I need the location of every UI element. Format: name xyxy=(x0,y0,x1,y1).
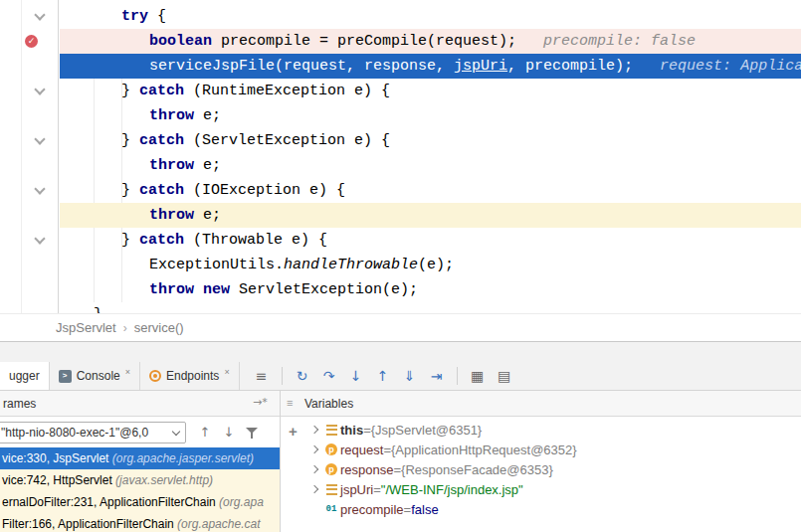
previous-frame-icon[interactable]: ↑ xyxy=(198,425,212,440)
debug-toolwindow-header xyxy=(0,341,801,362)
this-icon xyxy=(326,425,337,436)
variable-value: {JspServlet@6351} xyxy=(371,423,483,438)
variable-value: false xyxy=(411,502,438,517)
frame-row[interactable]: ernalDoFilter:231, ApplicationFilterChai… xyxy=(0,491,280,513)
layout-settings-icon[interactable]: ▤ xyxy=(495,368,514,384)
code-line[interactable]: } catch (Throwable e) { xyxy=(60,228,801,253)
code-line[interactable]: ExceptionUtils.handleThrowable(e); xyxy=(60,253,801,277)
breakpoint-icon[interactable]: ✓ xyxy=(25,35,38,48)
variable-row[interactable]: presponse = {ResponseFacade@6353} xyxy=(306,459,801,479)
code-line[interactable]: } catch (IOException e) { xyxy=(60,178,801,203)
code-token: (ServletException e) { xyxy=(184,132,390,149)
tab-debugger[interactable]: ugger xyxy=(0,362,50,390)
code-line[interactable]: } catch (RuntimeException e) { xyxy=(60,79,801,103)
expand-chevron-icon[interactable] xyxy=(306,466,322,472)
code-token: ExceptionUtils. xyxy=(149,257,284,273)
step-over-icon[interactable]: ↷ xyxy=(319,368,339,384)
frames-toolbar-icons: ↑↓ xyxy=(198,425,258,440)
frame-package: (org.apa xyxy=(219,495,264,509)
tab-label: ugger xyxy=(9,369,40,383)
frames-header-options-icon[interactable]: →* xyxy=(253,396,268,409)
expand-chevron-icon[interactable] xyxy=(306,446,322,452)
variable-row[interactable]: 01precompile = false xyxy=(306,499,801,519)
frames-list: vice:330, JspServlet (org.apache.jasper.… xyxy=(0,447,280,532)
code-line[interactable]: boolean precompile = preCompile(request)… xyxy=(60,29,801,54)
variable-row[interactable]: this = {JspServlet@6351} xyxy=(306,420,801,440)
force-step-into-icon[interactable]: ⇓ xyxy=(400,368,420,384)
frame-row[interactable]: vice:742, HttpServlet (javax.servlet.htt… xyxy=(0,469,280,491)
fold-marker-icon[interactable] xyxy=(34,183,45,194)
frames-toolbar: "http-nio-8080-exec-1"@6,0 ↑↓ xyxy=(0,417,280,447)
fold-marker-icon[interactable] xyxy=(34,233,45,244)
code-line[interactable]: throw e; xyxy=(60,153,801,178)
code-line[interactable]: throw new ServletException(e); xyxy=(60,277,801,302)
breadcrumb-item-class[interactable]: JspServlet xyxy=(56,320,116,335)
tab-close-icon[interactable]: × xyxy=(125,367,130,377)
editor-gutter[interactable]: ✓ xyxy=(22,0,59,313)
code-token: catch xyxy=(139,182,184,199)
tab-label: Endpoints xyxy=(166,369,219,383)
show-execution-point-icon[interactable]: ↻ xyxy=(293,368,312,384)
tool-menu-icon[interactable]: ≡ xyxy=(252,368,272,384)
code-token: } xyxy=(121,132,139,149)
breadcrumb-item-method[interactable]: service() xyxy=(134,320,184,335)
code-token: precompile: false xyxy=(525,33,696,50)
code-token: throw xyxy=(149,207,194,224)
code-token: request: ApplicationHttpRe xyxy=(642,58,801,75)
code-token: e; xyxy=(194,207,221,224)
expand-chevron-icon[interactable] xyxy=(306,427,322,433)
equals-sign: = xyxy=(363,423,371,438)
code-line[interactable]: throw e; xyxy=(60,203,801,228)
step-out-icon[interactable]: ↑ xyxy=(373,368,393,384)
add-watch-button[interactable]: + xyxy=(289,425,298,439)
console-icon: > xyxy=(59,370,72,383)
code-line[interactable]: } catch (ServletException e) { xyxy=(60,128,801,153)
code-line[interactable]: throw e; xyxy=(60,103,801,128)
next-frame-icon[interactable]: ↓ xyxy=(222,425,236,440)
step-into-icon[interactable]: ↓ xyxy=(346,368,366,384)
frame-location: vice:330, JspServlet xyxy=(2,451,112,465)
step-toolbar: ≡↻↷↓↑⇓⇥▦▤ xyxy=(240,362,514,390)
fold-marker-icon[interactable] xyxy=(34,9,45,20)
code-token: try xyxy=(121,8,148,25)
expand-chevron-icon[interactable] xyxy=(306,486,322,492)
run-to-cursor-icon[interactable]: ⇥ xyxy=(427,368,447,384)
frame-row[interactable]: vice:330, JspServlet (org.apache.jasper.… xyxy=(0,447,280,469)
variable-row[interactable]: jspUri = "/WEB-INF/jsp/index.jsp" xyxy=(306,479,801,499)
view-breakpoints-icon[interactable]: ▦ xyxy=(468,368,488,384)
fold-marker-icon[interactable] xyxy=(34,133,45,144)
code-token: } xyxy=(121,182,139,199)
code-line[interactable]: serviceJspFile(request, response, jspUri… xyxy=(60,54,801,79)
breadcrumb-separator-icon: › xyxy=(123,321,127,335)
code-token: new xyxy=(203,281,230,298)
code-token: (e); xyxy=(418,257,454,273)
thread-dropdown-value: "http-nio-8080-exec-1"@6,0 xyxy=(1,426,148,440)
filter-frames-icon[interactable] xyxy=(246,427,258,439)
tab-endpoints[interactable]: Endpoints × xyxy=(140,362,240,390)
variable-name: this xyxy=(340,423,363,438)
equals-sign: = xyxy=(373,482,381,497)
variable-name: jspUri xyxy=(340,482,373,497)
debug-tabs-bar: ugger > Console × Endpoints × ≡↻↷↓↑⇓⇥▦▤ xyxy=(0,362,801,391)
code-token: handleThrowable xyxy=(284,257,418,273)
code-token: jspUri xyxy=(454,58,507,75)
variable-row[interactable]: prequest = {ApplicationHttpRequest@6352} xyxy=(306,440,801,459)
frame-location: vice:742, HttpServlet xyxy=(2,473,115,487)
fold-marker-icon[interactable] xyxy=(34,84,45,94)
tab-close-icon[interactable]: × xyxy=(224,367,229,377)
code-editor: ✓ try {boolean precompile = preCompile(r… xyxy=(0,0,801,313)
endpoints-icon xyxy=(149,370,161,382)
variables-header-menu-icon[interactable]: ≡ xyxy=(287,397,293,409)
frame-row[interactable]: Filter:166, ApplicationFilterChain (org.… xyxy=(0,513,280,532)
code-token: , precompile); xyxy=(507,58,642,75)
code-token: precompile = preCompile(request); xyxy=(212,33,525,50)
local-variable-icon xyxy=(326,484,337,495)
tab-console[interactable]: > Console × xyxy=(50,362,140,390)
code-token: catch xyxy=(139,232,184,249)
code-token: catch xyxy=(139,83,184,99)
thread-dropdown[interactable]: "http-nio-8080-exec-1"@6,0 xyxy=(0,422,186,443)
code-token: throw xyxy=(149,281,194,298)
variable-name: precompile xyxy=(340,502,404,517)
code-area: try {boolean precompile = preCompile(req… xyxy=(60,0,801,313)
code-line[interactable]: try { xyxy=(60,4,801,29)
